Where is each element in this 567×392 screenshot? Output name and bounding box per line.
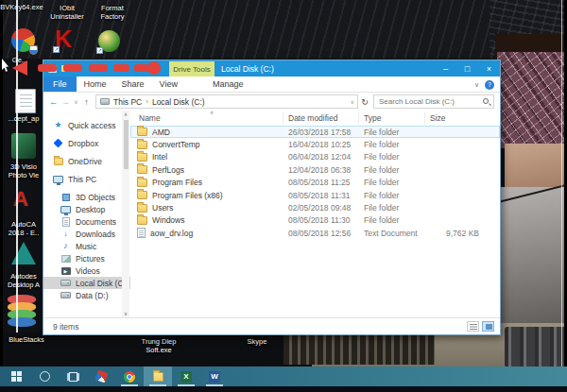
close-button[interactable]: × — [478, 60, 500, 77]
sidebar-item-label: This PC — [68, 175, 96, 184]
desktop-icon-label[interactable]: BVKey64.exe — [0, 3, 43, 11]
taskbar-chrome[interactable] — [115, 366, 144, 386]
column-header-name[interactable]: Name — [130, 112, 284, 124]
start-button[interactable] — [2, 366, 30, 386]
windows-logo-icon — [11, 371, 22, 382]
desktop-icon-label[interactable]: ...cept_ap — [0, 114, 47, 123]
taskbar-file-explorer[interactable] — [144, 366, 172, 386]
annotation-arrow — [12, 60, 163, 76]
desktop-icon-formatfactory[interactable]: ↗ — [98, 30, 120, 52]
sidebar-item-desktop[interactable]: Desktop — [43, 203, 130, 215]
desktop-icon-doc[interactable] — [15, 89, 36, 113]
address-dropdown-icon[interactable]: ∨ — [351, 98, 354, 105]
breadcrumb-this-pc[interactable]: This PC — [113, 97, 142, 107]
sidebar-item-pictures[interactable]: Pictures — [43, 252, 130, 264]
desktop-icon-label[interactable]: Format Factory — [93, 4, 132, 21]
taskbar-word[interactable]: W — [200, 366, 229, 386]
forward-button[interactable]: → — [60, 97, 72, 107]
shortcut-arrow-icon: ↗ — [53, 46, 60, 53]
status-bar: 9 items — [43, 317, 500, 334]
back-button[interactable]: ← — [47, 97, 60, 107]
label-line: AutoCA — [11, 220, 36, 229]
search-box[interactable] — [373, 94, 494, 109]
sidebar-item-onedrive[interactable]: OneDrive — [43, 155, 130, 167]
help-icon[interactable]: ? — [485, 80, 494, 90]
screenshot-border-bottom — [0, 386, 567, 392]
desktop-icon-label-trungdiep[interactable]: Trung Diep Soft.exe — [130, 337, 187, 354]
tab-home[interactable]: Home — [77, 77, 114, 92]
column-header-type[interactable]: Type — [359, 112, 425, 124]
arrow-dash — [38, 64, 57, 72]
sidebar-item-data-d[interactable]: Data (D:) — [43, 289, 130, 301]
folder-icon — [137, 191, 147, 199]
column-header-date[interactable]: Date modified — [284, 112, 359, 124]
desktop-white-line — [16, 0, 18, 332]
table-row[interactable]: PerfLogs 12/04/2018 06:38 File folder — [130, 163, 500, 176]
desktop-icon-bvkey[interactable] — [11, 28, 35, 52]
file-date: 08/05/2018 11:25 — [284, 178, 359, 187]
drive-tools-context-tab[interactable]: Drive Tools — [169, 61, 215, 77]
task-view-button[interactable] — [59, 366, 87, 386]
sidebar-item-local-disk-c[interactable]: Local Disk (C:) — [43, 277, 130, 289]
table-row[interactable]: ConvertTemp 16/04/2018 10:25 File folder — [130, 138, 500, 150]
table-row[interactable]: Users 02/05/2018 09:48 File folder — [130, 201, 500, 213]
recent-locations-icon[interactable]: ∨ — [72, 98, 80, 105]
table-row[interactable]: Program Files (x86) 08/05/2018 11:31 Fil… — [130, 189, 500, 201]
thumbnail-view-button[interactable] — [482, 321, 494, 332]
desktop-icon-iobit[interactable]: K ↗ — [55, 27, 72, 51]
arrow-dash — [89, 64, 108, 72]
up-button[interactable]: ↑ — [80, 97, 93, 107]
folder-icon — [137, 204, 147, 213]
tab-share[interactable]: Share — [114, 77, 152, 92]
desktop-icon-label[interactable]: AutoCA 2018 - E.. — [0, 220, 47, 237]
sidebar-item-3d-objects[interactable]: 3D Objects — [43, 191, 130, 203]
scroll-down-icon[interactable]: ∨ — [122, 311, 129, 316]
address-bar[interactable]: This PC › Local Disk (C:) ∨ — [95, 94, 358, 109]
sidebar-item-documents[interactable]: Documents — [43, 215, 130, 228]
taskbar-excel[interactable]: X — [172, 366, 200, 386]
desktop-icon-label[interactable]: Autodes Desktop A — [0, 272, 47, 289]
sidebar-item-label: Downloads — [76, 230, 115, 239]
sidebar-item-this-pc[interactable]: This PC — [43, 173, 130, 185]
sidebar-item-dropbox[interactable]: Dropbox — [43, 137, 130, 149]
desktop-icon-3dvision[interactable] — [11, 133, 36, 159]
screenshot-edge-line — [561, 0, 562, 366]
desktop-icon-label-skype[interactable]: Skype — [234, 337, 280, 346]
search-input[interactable] — [374, 95, 493, 108]
refresh-icon[interactable]: ↻ — [358, 97, 371, 107]
file-date: 16/04/2018 10:25 — [284, 140, 359, 149]
table-row[interactable]: aow_drv.log 08/05/2018 12:56 Text Docume… — [130, 227, 500, 239]
wallpaper-sweater — [498, 187, 567, 329]
tab-manage[interactable]: Manage — [205, 77, 251, 92]
desktop-icon-bluestacks[interactable] — [8, 295, 36, 329]
sidebar-item-quick-access[interactable]: ★ Quick access — [43, 119, 130, 131]
table-row[interactable]: Windows 08/05/2018 11:30 File folder — [130, 214, 500, 227]
sidebar-item-music[interactable]: ♪ Music — [43, 240, 130, 252]
file-type: File folder — [359, 152, 425, 162]
column-header-size[interactable]: Size — [425, 112, 500, 124]
details-view-button[interactable] — [467, 321, 479, 332]
desktop-icon-autodesk[interactable] — [11, 242, 36, 264]
taskbar-app-paint[interactable] — [87, 366, 115, 386]
sidebar-item-videos[interactable]: ▶ Videos — [43, 264, 130, 277]
label-line: Soft.exe — [146, 346, 172, 354]
file-name: PerfLogs — [152, 165, 184, 175]
minimize-button[interactable]: – — [435, 60, 456, 77]
desktop-icon-label[interactable]: 3D Visio Photo Vie — [0, 162, 47, 179]
scroll-up-icon[interactable]: ∧ — [122, 111, 129, 117]
desktop-icon-label[interactable]: IObit Uninstaller — [45, 4, 89, 21]
cortana-button[interactable] — [30, 366, 59, 386]
table-row[interactable]: Program Files 08/05/2018 11:25 File fold… — [130, 177, 500, 189]
table-row[interactable]: Intel 06/04/2018 12:04 File folder — [130, 151, 500, 163]
breadcrumb-local-disk[interactable]: Local Disk (C:) — [152, 97, 205, 107]
maximize-button[interactable]: □ — [456, 60, 478, 77]
sidebar-scrollbar[interactable] — [122, 111, 129, 317]
tab-file[interactable]: File — [43, 77, 77, 92]
expand-ribbon-icon[interactable]: ∨ — [474, 81, 479, 89]
file-type: File folder — [359, 128, 425, 137]
desktop-icon-label[interactable]: BlueStacks — [0, 335, 53, 344]
tab-view[interactable]: View — [152, 77, 185, 92]
table-row[interactable]: AMD 26/03/2018 17:58 File folder — [130, 126, 500, 138]
sidebar-item-downloads[interactable]: ↓ Downloads — [43, 228, 130, 240]
arrow-start-dot — [147, 61, 161, 75]
